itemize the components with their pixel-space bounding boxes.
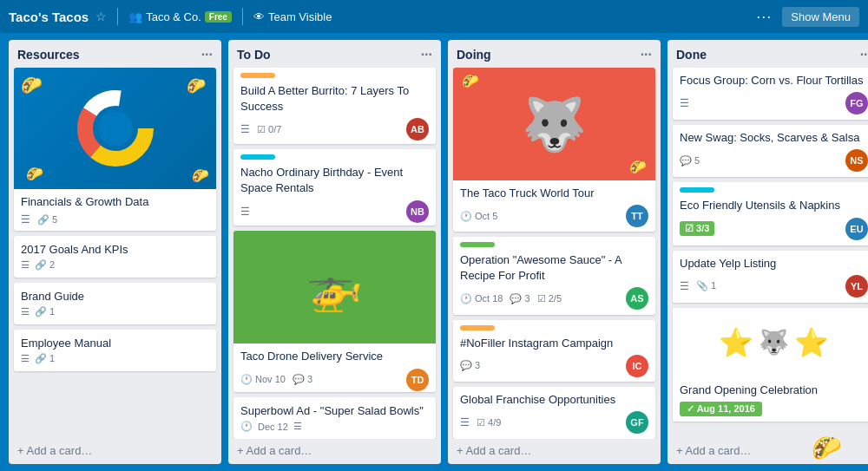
yelp-body: Update Yelp Listing ☰ 📎 1 YL (673, 251, 868, 303)
column-todo: To Do ··· Build A Better Burrito: 7 Laye… (228, 40, 441, 464)
card-swag[interactable]: New Swag: Socks, Scarves & Salsa 💬 5 NS (673, 125, 868, 177)
brand-count: 🔗 1 (35, 306, 55, 317)
card-taco-truck[interactable]: 🐺 🌮 🌮 The Taco Truck World Tour 🕐 Oct 5 … (453, 68, 655, 232)
taco-truck-avatar: TT (626, 205, 648, 227)
awesome-body: Operation "Awesome Sauce" - A Recipe For… (453, 237, 655, 315)
brand-title: Brand Guide (21, 290, 209, 303)
focus-avatar: FG (845, 92, 868, 114)
doing-cards: 🐺 🌮 🌮 The Taco Truck World Tour 🕐 Oct 5 … (448, 68, 661, 439)
board: Resources ··· 🌮 🌮 🌮 🌮 (0, 33, 868, 471)
yelp-title: Update Yelp Listing (680, 256, 868, 271)
focus-body: Focus Group: Corn vs. Flour Tortillas ☰ … (673, 68, 868, 120)
financials-count: 🔗 5 (37, 214, 57, 226)
star-icon[interactable]: ☆ (95, 10, 107, 23)
card-awesome-sauce[interactable]: Operation "Awesome Sauce" - A Recipe For… (453, 237, 655, 315)
nacho-label (240, 154, 275, 160)
franchise-footer: ☰ ☑ 4/9 GF (460, 411, 648, 434)
swag-meta: 💬 5 (680, 155, 700, 167)
list-icon: ☰ (21, 213, 30, 226)
burrito-label (240, 73, 275, 78)
taco-truck-footer: 🕐 Oct 5 TT (460, 205, 648, 227)
card-drone[interactable]: 🚁 🌮 Taco Drone Delivery Service 🕐 Nov 10… (233, 231, 436, 392)
column-title-todo: To Do (237, 48, 271, 62)
add-card-doing[interactable]: + Add a card… (448, 439, 661, 464)
add-card-todo[interactable]: + Add a card… (228, 439, 441, 464)
brand-meta: ☰ 🔗 1 (21, 306, 209, 317)
org-name[interactable]: Taco & Co. (146, 10, 201, 23)
done-cards: Focus Group: Corn vs. Flour Tortillas ☰ … (667, 68, 868, 439)
awesome-label (460, 242, 495, 247)
eco-checklist-badge: ☑ 3/3 (680, 221, 714, 236)
awesome-checklist: ☑ 2/5 (537, 293, 562, 304)
drone-avatar: TD (406, 369, 429, 391)
add-card-resources[interactable]: + Add a card… (9, 439, 221, 464)
card-eco[interactable]: Eco Friendly Utensils & Napkins ☑ 3/3 EU (673, 182, 868, 245)
card-focus[interactable]: Focus Group: Corn vs. Flour Tortillas ☰ … (673, 68, 868, 120)
card-grand[interactable]: ⭐ 🐺 ⭐ Grand Opening Celebration ✓ Aug 11… (673, 308, 868, 422)
drone-footer: 🕐 Nov 10 💬 3 TD (240, 369, 429, 391)
swag-avatar: NS (845, 149, 868, 172)
card-burrito[interactable]: Build A Better Burrito: 7 Layers To Succ… (233, 68, 436, 144)
clock-icon: 🕐 (240, 421, 253, 432)
column-header-done: Done ··· (667, 40, 868, 68)
list-icon: ☰ (21, 259, 30, 271)
column-menu-todo[interactable]: ··· (421, 47, 432, 62)
franchise-avatar: GF (626, 411, 648, 434)
financials-meta: ☰ 🔗 5 (21, 213, 209, 226)
employee-count: 🔗 1 (35, 353, 55, 364)
card-yelp[interactable]: Update Yelp Listing ☰ 📎 1 YL (673, 251, 868, 303)
drone-cover: 🚁 🌮 (233, 231, 436, 343)
card-financials[interactable]: 🌮 🌮 🌮 🌮 Financials & Growth Data ☰ 🔗 5 (14, 68, 216, 231)
husky-cover: 🐺 🌮 🌮 (453, 68, 655, 180)
card-instagram[interactable]: #NoFiller Instagram Campaign 💬 3 IC (453, 320, 655, 383)
swag-comments: 💬 5 (680, 155, 700, 167)
card-nacho[interactable]: Nacho Ordinary Birthday - Event Space Re… (233, 149, 436, 226)
card-employee[interactable]: Employee Manual ☰ 🔗 1 (14, 330, 216, 371)
team-visibility[interactable]: 👁 Team Visible (253, 10, 332, 23)
awesome-title: Operation "Awesome Sauce" - A Recipe For… (460, 252, 648, 284)
nacho-meta: ☰ (240, 206, 250, 218)
column-title-resources: Resources (17, 48, 80, 62)
card-goals[interactable]: 2017 Goals And KPIs ☰ 🔗 2 (14, 236, 216, 278)
column-menu-done[interactable]: ··· (860, 47, 868, 62)
column-header-doing: Doing ··· (448, 40, 661, 68)
list-icon: ☰ (680, 97, 689, 109)
taco-truck-title: The Taco Truck World Tour (460, 186, 648, 201)
employee-meta: ☰ 🔗 1 (21, 353, 209, 364)
column-title-done: Done (676, 48, 707, 62)
franchise-title: Global Franchise Opportunities (460, 392, 648, 408)
burrito-checklist: ☑ 0/7 (257, 124, 281, 135)
grand-date-badge: ✓ Aug 11, 2016 (680, 402, 762, 416)
divider2 (242, 8, 243, 25)
yelp-meta: ☰ 📎 1 (680, 280, 716, 292)
burrito-title: Build A Better Burrito: 7 Layers To Succ… (240, 83, 429, 114)
awesome-meta: 🕐 Oct 18 💬 3 ☑ 2/5 (460, 293, 562, 304)
goals-meta: ☰ 🔗 2 (21, 259, 209, 271)
superbowl-title: Superbowl Ad - "Super Salad Bowls" (240, 404, 429, 417)
awesome-date: 🕐 Oct 18 (460, 293, 503, 304)
column-doing: Doing ··· 🐺 🌮 🌮 The Taco Truck World Tou… (448, 40, 661, 464)
drone-date: 🕐 Nov 10 (240, 374, 286, 385)
taco-truck-meta: 🕐 Oct 5 (460, 211, 497, 222)
eco-footer: ☑ 3/3 EU (680, 218, 868, 240)
nacho-title: Nacho Ordinary Birthday - Event Space Re… (240, 165, 429, 196)
taco-truck-body: The Taco Truck World Tour 🕐 Oct 5 TT (453, 180, 655, 232)
goals-count: 🔗 2 (35, 259, 55, 271)
resources-cards: 🌮 🌮 🌮 🌮 Financials & Growth Data ☰ 🔗 5 2… (9, 68, 221, 439)
column-menu-resources[interactable]: ··· (201, 47, 213, 62)
card-franchise[interactable]: Global Franchise Opportunities ☰ ☑ 4/9 G… (453, 387, 655, 439)
financials-cover: 🌮 🌮 🌮 🌮 (14, 68, 216, 189)
grand-footer: ✓ Aug 11, 2016 (680, 402, 868, 416)
card-superbowl[interactable]: Superbowl Ad - "Super Salad Bowls" 🕐 Dec… (233, 397, 436, 439)
list-icon: ☰ (21, 353, 30, 364)
card-brand[interactable]: Brand Guide ☰ 🔗 1 (14, 283, 216, 324)
drone-title: Taco Drone Delivery Service (240, 349, 429, 364)
nacho-body: Nacho Ordinary Birthday - Event Space Re… (233, 149, 436, 226)
focus-title: Focus Group: Corn vs. Flour Tortillas (680, 73, 868, 88)
column-menu-doing[interactable]: ··· (641, 47, 652, 62)
burrito-avatar: AB (406, 118, 429, 141)
board-title[interactable]: Taco's Tacos (9, 10, 89, 24)
show-menu-button[interactable]: Show Menu (782, 7, 859, 27)
list-icon: ☰ (680, 280, 689, 292)
awesome-footer: 🕐 Oct 18 💬 3 ☑ 2/5 AS (460, 287, 648, 310)
